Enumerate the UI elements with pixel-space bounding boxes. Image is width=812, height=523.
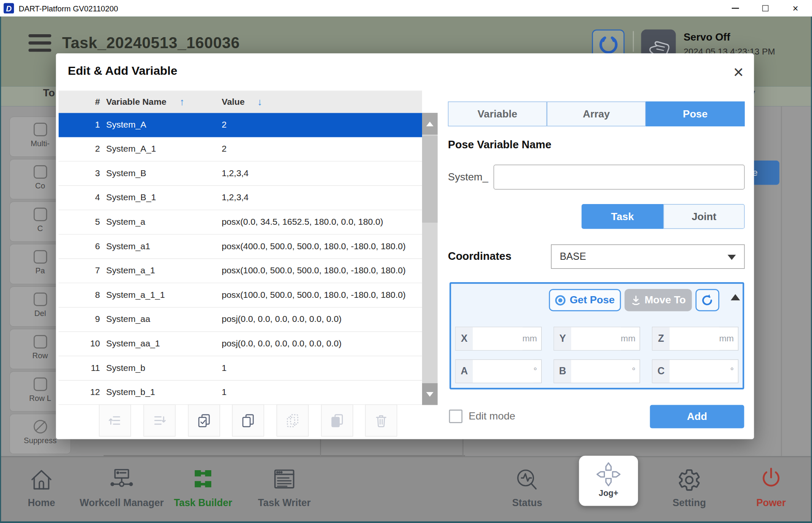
dimmed-panel-tick xyxy=(463,439,463,456)
copy-button[interactable] xyxy=(232,404,264,436)
variable-table-header: # Variable Name ↑ Value ↓ xyxy=(59,91,422,113)
nav-workcell-manager[interactable]: Workcell Manager xyxy=(83,457,161,521)
pose-c-input[interactable] xyxy=(670,360,730,383)
window-close-button[interactable]: × xyxy=(784,0,807,16)
window-title: DART-Platform GV02110200 xyxy=(19,4,118,13)
scrollbar-thumb[interactable] xyxy=(422,136,438,223)
column-index: # xyxy=(59,91,100,113)
move-down-list-icon xyxy=(152,413,167,428)
pose-field-z: Z mm xyxy=(652,327,738,350)
edit-add-variable-dialog: Edit & Add Variable × # Variable Name ↑ … xyxy=(56,53,754,439)
table-row[interactable]: 12System_b_11 xyxy=(59,381,422,405)
nav-status[interactable]: Status xyxy=(488,457,566,521)
trash-icon xyxy=(373,413,389,428)
paste-outline-icon xyxy=(285,413,300,428)
download-arrow-icon xyxy=(631,295,641,305)
nav-jog[interactable]: Jog+ xyxy=(579,456,638,506)
table-row[interactable]: 9System_aaposj(0.0, 0.0, 0.0, 0.0, 0.0, … xyxy=(59,308,422,332)
close-icon: × xyxy=(733,63,744,81)
refresh-pose-button[interactable] xyxy=(695,289,719,311)
suppress-icon xyxy=(33,420,47,433)
nav-task-builder[interactable]: Task Builder xyxy=(164,457,242,521)
workcell-manager-icon xyxy=(107,466,136,495)
screen-border xyxy=(0,521,812,523)
rows-icon xyxy=(33,335,47,349)
duplicate-icon xyxy=(330,413,345,428)
table-row[interactable]: 1System_A2 xyxy=(59,113,422,137)
target-radio-icon xyxy=(555,295,566,305)
coordinates-dropdown[interactable]: BASE xyxy=(551,245,744,269)
sort-descending-icon[interactable]: ↓ xyxy=(257,91,262,113)
power-icon xyxy=(757,466,786,495)
add-button[interactable]: Add xyxy=(650,405,744,428)
sort-ascending-icon[interactable]: ↑ xyxy=(180,91,185,113)
column-variable-name: Variable Name xyxy=(106,91,166,113)
variable-table: 1System_A2 2System_A_12 3System_B1,2,3,4… xyxy=(59,113,422,405)
triangle-up-icon xyxy=(426,121,433,126)
table-row[interactable]: 8System_a_1_1posx(100.0, 500.0, 500.0, 1… xyxy=(59,283,422,308)
move-down-list-button[interactable] xyxy=(144,404,176,436)
main-menu-button[interactable] xyxy=(28,34,51,54)
pose-b-input[interactable] xyxy=(571,360,632,383)
paste-button[interactable] xyxy=(277,404,309,436)
move-up-list-button[interactable] xyxy=(99,404,131,436)
panel-divider xyxy=(781,106,782,456)
minimize-icon xyxy=(732,8,739,8)
nav-task-writer[interactable]: Task Writer xyxy=(245,457,323,521)
pose-a-input[interactable] xyxy=(473,360,534,383)
nav-setting[interactable]: Setting xyxy=(651,457,728,521)
column-value: Value xyxy=(222,91,245,113)
task-builder-icon xyxy=(188,466,218,495)
coordinates-label: Coordinates xyxy=(448,250,511,262)
duplicate-button[interactable] xyxy=(321,404,353,436)
table-scrollbar[interactable] xyxy=(422,113,438,405)
pose-field-y: Y mm xyxy=(553,327,640,350)
copy-checked-button[interactable] xyxy=(188,404,220,436)
dimmed-panel-tick xyxy=(320,439,321,456)
space-tab-task[interactable]: Task xyxy=(582,204,664,229)
pose-field-a: A ° xyxy=(455,360,542,383)
pose-x-input[interactable] xyxy=(473,327,522,350)
pose-field-x: X mm xyxy=(455,327,542,350)
pose-field-b: B ° xyxy=(553,360,640,383)
window-minimize-button[interactable] xyxy=(724,0,747,16)
chevron-down-icon xyxy=(728,255,736,260)
command-icon xyxy=(33,208,47,221)
app-logo-icon: D xyxy=(4,3,14,14)
scroll-up-button[interactable] xyxy=(422,113,438,134)
gear-icon xyxy=(675,466,704,495)
table-row[interactable]: 7System_a_1posx(100.0, 500.0, 500.0, 180… xyxy=(59,259,422,283)
table-row[interactable]: 3System_B1,2,3,4 xyxy=(59,161,422,186)
pose-variable-name-heading: Pose Variable Name xyxy=(448,138,551,150)
table-row[interactable]: 6System_a1posx(400.0, 500.0, 500.0, 180.… xyxy=(59,234,422,259)
nav-home[interactable]: Home xyxy=(3,457,80,521)
table-row[interactable]: 5System_aposx(0.0, 34.5, 1652.5, 180.0, … xyxy=(59,210,422,235)
move-to-button[interactable]: Move To xyxy=(624,289,692,311)
table-row[interactable]: 2System_A_12 xyxy=(59,137,422,162)
tab-variable[interactable]: Variable xyxy=(448,101,547,126)
pose-name-input[interactable] xyxy=(493,165,744,190)
table-row[interactable]: 4System_B_11,2,3,4 xyxy=(59,186,422,210)
dialog-title: Edit & Add Variable xyxy=(68,64,177,78)
window-maximize-button[interactable] xyxy=(754,0,777,16)
tab-pose[interactable]: Pose xyxy=(646,101,745,126)
get-pose-button[interactable]: Get Pose xyxy=(549,289,621,311)
table-row[interactable]: 11System_b1 xyxy=(59,356,422,381)
header-divider xyxy=(633,31,634,52)
command-icon xyxy=(33,123,47,136)
pose-z-input[interactable] xyxy=(670,327,719,350)
collapse-panel-button[interactable] xyxy=(731,294,740,300)
edit-mode-checkbox[interactable] xyxy=(449,410,463,423)
dialog-close-button[interactable]: × xyxy=(727,60,750,83)
home-icon xyxy=(27,466,56,495)
pose-y-input[interactable] xyxy=(571,327,621,350)
table-row[interactable]: 10System_aa_1posj(0.0, 0.0, 0.0, 0.0, 0.… xyxy=(59,332,422,357)
space-tab-joint[interactable]: Joint xyxy=(663,204,744,229)
tab-array[interactable]: Array xyxy=(547,101,646,126)
jog-dpad-icon xyxy=(594,460,623,489)
trash-icon xyxy=(33,293,47,306)
delete-button[interactable] xyxy=(365,404,397,436)
triangle-down-icon xyxy=(426,392,433,396)
nav-power[interactable]: Power xyxy=(732,457,810,521)
scroll-down-button[interactable] xyxy=(422,383,438,405)
